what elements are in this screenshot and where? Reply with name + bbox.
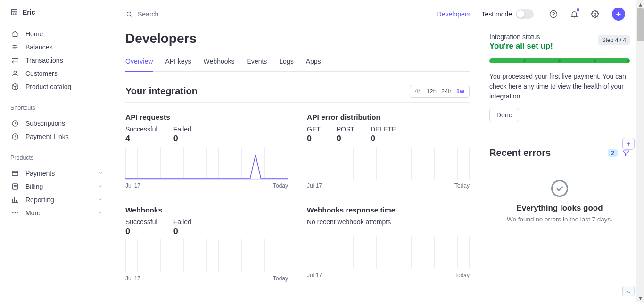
chevron-down-icon xyxy=(98,196,103,204)
nav-item-home[interactable]: Home xyxy=(0,27,112,41)
svg-point-8 xyxy=(127,12,131,16)
nav-item-label: Home xyxy=(25,30,43,38)
range-1w[interactable]: 1w xyxy=(456,88,464,95)
svg-point-5 xyxy=(12,212,14,214)
card-webhooks-rt: Webhooks response time No recent webhook… xyxy=(307,206,470,282)
nav-item-reporting[interactable]: Reporting xyxy=(0,193,112,206)
catalog-icon xyxy=(11,83,19,90)
nav-item-payment-links[interactable]: Payment Links xyxy=(0,130,112,143)
nav-item-label: Balances xyxy=(25,43,53,51)
card-title: API error distribution xyxy=(307,113,470,122)
tab-api-keys[interactable]: API keys xyxy=(165,53,191,71)
metric-value: 4 xyxy=(125,134,157,144)
metric-value: 0 xyxy=(371,134,396,144)
axis-end: Today xyxy=(273,275,288,282)
nav-item-label: Payments xyxy=(25,170,55,177)
tab-apps[interactable]: Apps xyxy=(306,53,321,71)
svg-point-0 xyxy=(14,71,16,73)
errors-sub: We found no errors in the last 7 days. xyxy=(489,216,630,223)
notifications-icon[interactable] xyxy=(570,9,579,19)
nav-item-customers[interactable]: Customers xyxy=(0,67,112,80)
axis-start: Jul 17 xyxy=(125,275,140,282)
settings-icon[interactable] xyxy=(590,9,600,19)
scroll-up-icon[interactable]: ▴ xyxy=(636,0,644,8)
nav-item-billing[interactable]: Billing xyxy=(0,180,112,193)
range-24h[interactable]: 24h xyxy=(441,88,452,95)
metric-label: Successful xyxy=(125,125,157,133)
search-input[interactable]: Search xyxy=(125,10,431,18)
errors-badge: 2 xyxy=(608,149,618,157)
scroll-thumb[interactable] xyxy=(637,8,644,41)
nav-item-label: Customers xyxy=(25,70,58,77)
nav-item-label: Transactions xyxy=(25,57,63,64)
terminal-button[interactable] xyxy=(622,286,635,296)
nav-item-product-catalog[interactable]: Product catalog xyxy=(0,80,112,93)
main: Search Developers Test mode + Developers xyxy=(112,0,644,302)
brand-name: Eric xyxy=(23,8,35,16)
nav-item-transactions[interactable]: Transactions xyxy=(0,54,112,67)
nav-item-label: Product catalog xyxy=(25,83,71,90)
card-title: Webhooks response time xyxy=(307,206,470,214)
svg-point-7 xyxy=(17,212,18,214)
nav-item-label: More xyxy=(25,209,41,217)
metric-label: GET xyxy=(307,125,321,133)
side-panel: Integration status You're all set up! St… xyxy=(489,31,630,282)
tab-events[interactable]: Events xyxy=(247,53,267,71)
status-step: Step 4 / 4 xyxy=(598,35,630,45)
card-webhooks: Webhooks Successful0 Failed0 Jul 17Today xyxy=(125,206,288,282)
nav-item-label: Subscriptions xyxy=(25,120,65,127)
scrollbar[interactable]: ▴ ▾ xyxy=(636,0,644,302)
billing-icon xyxy=(11,183,19,190)
test-mode-toggle[interactable] xyxy=(516,9,534,19)
range-4h[interactable]: 4h xyxy=(415,88,421,95)
metric-value: 0 xyxy=(337,134,355,144)
nav-item-more[interactable]: More xyxy=(0,206,112,220)
chevron-down-icon xyxy=(98,170,103,177)
axis-end: Today xyxy=(454,182,470,189)
sidebar: Eric Home Balances Transactions Customer… xyxy=(0,0,112,302)
done-button[interactable]: Done xyxy=(489,108,519,122)
errors-title: Recent errors xyxy=(489,147,608,158)
progress-bar xyxy=(489,58,630,63)
scroll-down-icon[interactable]: ▾ xyxy=(636,294,644,302)
svg-point-6 xyxy=(15,212,16,214)
clock-icon xyxy=(11,120,19,127)
card-api-requests: API requests Successful4 Failed0 Jul 17T… xyxy=(125,113,288,189)
nav-item-label: Payment Links xyxy=(25,133,69,140)
search-icon xyxy=(125,10,133,18)
notification-dot xyxy=(577,8,579,11)
nav-item-balances[interactable]: Balances xyxy=(0,41,112,54)
svg-point-11 xyxy=(594,13,596,16)
errors-headline: Everything looks good xyxy=(489,204,630,213)
test-mode-label: Test mode xyxy=(481,10,512,18)
store-icon xyxy=(10,8,18,16)
help-icon[interactable] xyxy=(549,9,558,19)
axis-start: Jul 17 xyxy=(307,272,322,278)
svg-point-9 xyxy=(550,11,557,18)
integration-title: Your integration xyxy=(125,86,198,97)
filter-icon[interactable] xyxy=(622,149,630,157)
tab-webhooks[interactable]: Webhooks xyxy=(204,53,235,71)
no-data-message: No recent webhook attempts xyxy=(307,218,470,226)
range-12h[interactable]: 12h xyxy=(426,88,437,95)
developers-link[interactable]: Developers xyxy=(437,10,471,18)
edge-add-button[interactable] xyxy=(622,138,635,150)
nav-item-payments[interactable]: Payments xyxy=(0,167,112,180)
chart-api-requests xyxy=(125,147,288,180)
customers-icon xyxy=(11,70,19,77)
metric-label: DELETE xyxy=(371,125,396,133)
svg-rect-3 xyxy=(12,171,18,176)
create-button[interactable]: + xyxy=(612,8,625,21)
chart-api-errors xyxy=(307,147,470,180)
status-headline: You're all set up! xyxy=(489,41,553,51)
balances-icon xyxy=(11,43,19,51)
search-placeholder: Search xyxy=(138,10,158,18)
home-icon xyxy=(11,30,19,38)
chart-webhooks-rt xyxy=(307,236,470,269)
brand-block[interactable]: Eric xyxy=(0,8,112,24)
tab-logs[interactable]: Logs xyxy=(279,53,293,71)
metric-label: POST xyxy=(337,125,355,133)
topbar: Search Developers Test mode + xyxy=(112,0,635,28)
tab-overview[interactable]: Overview xyxy=(125,53,153,72)
nav-item-subscriptions[interactable]: Subscriptions xyxy=(0,117,112,130)
